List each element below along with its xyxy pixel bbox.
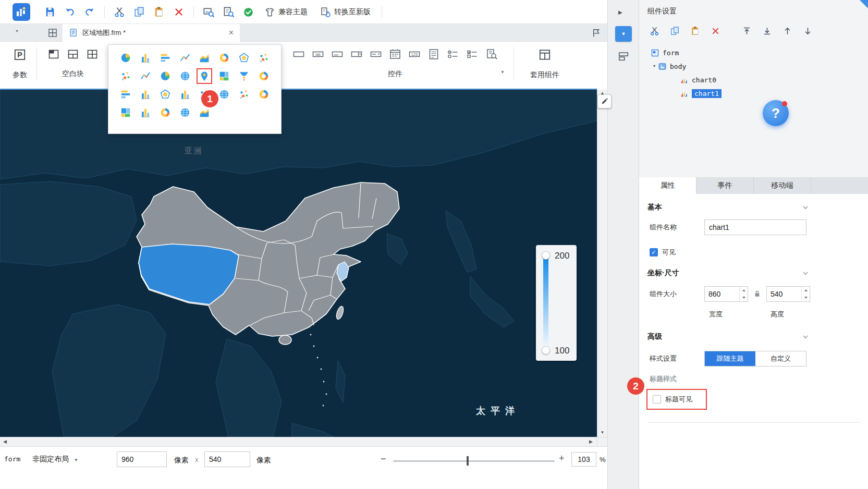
legend-bottom-knob[interactable]: [542, 346, 550, 354]
expander-caret[interactable]: ▼: [651, 64, 658, 68]
tab-region-map[interactable]: 区域地图.frm * ×: [63, 24, 240, 42]
zoom-slider-track[interactable]: [393, 460, 555, 462]
expand-panel-icon[interactable]: ▶: [618, 9, 622, 15]
paste-node-button[interactable]: [688, 24, 702, 38]
earth-chart-icon[interactable]: [217, 88, 231, 101]
label-widget-icon[interactable]: [310, 46, 326, 63]
help-button[interactable]: ?: [763, 100, 789, 126]
follow-theme-option[interactable]: 跟随主题: [705, 351, 755, 366]
title-visible-checkbox[interactable]: [653, 395, 661, 404]
text-field-icon[interactable]: [290, 46, 307, 63]
delete-node-button[interactable]: [708, 24, 722, 38]
edit-component-button[interactable]: [597, 94, 612, 108]
layout-mode-dropdown[interactable]: 非固定布局▼: [32, 455, 78, 464]
tree-item-chart1[interactable]: chart1: [639, 87, 868, 100]
area-chart-icon[interactable]: [198, 51, 211, 65]
parameter-pane-button[interactable]: [11, 46, 29, 64]
window-grid-button[interactable]: [45, 26, 60, 40]
radio-group-icon[interactable]: [445, 46, 461, 63]
move-to-bottom-button[interactable]: [760, 24, 774, 38]
query-widget-icon[interactable]: [483, 46, 500, 63]
height-stepper[interactable]: [766, 286, 810, 302]
move-up-button[interactable]: [780, 24, 794, 38]
structure-chart-icon[interactable]: [158, 88, 172, 101]
frame-chart-icon[interactable]: [119, 106, 132, 119]
zoom-slider-handle[interactable]: [467, 456, 469, 466]
split-block-button[interactable]: [65, 46, 81, 63]
step-down-icon[interactable]: [802, 294, 810, 301]
date-picker-icon[interactable]: [387, 46, 404, 63]
component-list-button[interactable]: ▼: [615, 26, 632, 42]
position-flag-button[interactable]: [588, 26, 604, 40]
treemap-chart-icon[interactable]: [217, 69, 231, 83]
section-advanced[interactable]: 高级: [647, 328, 860, 345]
section-coordinates-size[interactable]: 坐标·尺寸: [647, 265, 860, 282]
radar-chart-icon[interactable]: [237, 51, 251, 65]
custom-style-option[interactable]: 自定义: [755, 351, 806, 366]
compat-theme-button[interactable]: 兼容主题: [260, 4, 312, 20]
document-search-button[interactable]: [220, 4, 237, 20]
lock-ratio-icon[interactable]: [753, 289, 762, 298]
tree-item-chart0[interactable]: chart0: [639, 73, 868, 87]
width-input[interactable]: [705, 287, 739, 301]
step-down-icon[interactable]: [740, 294, 748, 301]
section-basic[interactable]: 基本: [647, 199, 860, 216]
tab-events[interactable]: 事件: [696, 177, 754, 194]
dashboard-chart-icon[interactable]: [217, 51, 231, 65]
move-to-top-button[interactable]: [740, 24, 753, 38]
ring-chart-icon[interactable]: [257, 88, 271, 101]
logo-dropdown-caret-icon[interactable]: ▼: [15, 29, 19, 33]
redo-button[interactable]: [81, 4, 98, 20]
step-up-icon[interactable]: [740, 287, 748, 294]
zoom-percent-input[interactable]: [571, 452, 596, 467]
horizontal-scrollbar[interactable]: ◀ ▶: [0, 437, 597, 446]
bubble-chart-icon[interactable]: [119, 69, 132, 83]
gantt-chart-icon[interactable]: [119, 88, 132, 101]
checkbox-group-icon[interactable]: [464, 46, 481, 63]
tab-mobile[interactable]: 移动端: [754, 177, 811, 194]
scatter-chart-icon[interactable]: [257, 51, 271, 65]
point-map-chart-icon[interactable]: [198, 69, 211, 83]
custom-chart-icon[interactable]: [237, 88, 251, 101]
dropdown-icon[interactable]: [348, 46, 365, 63]
save-button[interactable]: [42, 4, 58, 20]
vertical-scrollbar[interactable]: ▲ ▼: [597, 90, 607, 437]
scroll-right-icon[interactable]: ▶: [589, 439, 593, 444]
convert-new-version-button[interactable]: 转换至新版: [315, 4, 375, 20]
zoom-out-button[interactable]: −: [381, 454, 386, 464]
tab-properties[interactable]: 属性: [639, 177, 696, 194]
canvas-height-input[interactable]: [204, 451, 250, 467]
funnel-chart-icon[interactable]: [237, 69, 251, 83]
undo-button[interactable]: [62, 4, 78, 20]
image-search-button[interactable]: [200, 4, 217, 20]
move-down-button[interactable]: [801, 24, 814, 38]
cut-button[interactable]: [111, 4, 128, 20]
cut-node-button[interactable]: [647, 24, 661, 38]
width-stepper[interactable]: [704, 286, 748, 302]
copy-button[interactable]: [131, 4, 148, 20]
line-chart-icon[interactable]: [178, 51, 192, 65]
rose-pie-chart-icon[interactable]: [158, 69, 172, 83]
grid-block-button[interactable]: [84, 46, 101, 63]
zoom-in-button[interactable]: +: [559, 453, 565, 464]
combo-chart-icon[interactable]: [139, 69, 152, 83]
pie-chart-icon[interactable]: [119, 51, 132, 65]
legend-top-knob[interactable]: [542, 251, 550, 260]
tab-close-icon[interactable]: ×: [229, 29, 234, 37]
component-name-input[interactable]: [704, 219, 806, 235]
spiral-chart-icon[interactable]: [158, 106, 172, 119]
scroll-left-icon[interactable]: ◀: [3, 439, 7, 444]
layout-panel-button[interactable]: [616, 49, 631, 64]
step-up-icon[interactable]: [802, 287, 810, 294]
copy-node-button[interactable]: [668, 24, 681, 38]
gis-map-chart-icon[interactable]: [257, 69, 271, 83]
world-map-chart-icon[interactable]: [178, 69, 192, 83]
text-area-icon[interactable]: [329, 46, 346, 63]
number-field-icon[interactable]: [406, 46, 423, 63]
stock-chart-icon[interactable]: [139, 88, 152, 101]
multi-axis-chart-icon[interactable]: [178, 88, 192, 101]
visible-checkbox[interactable]: ✓: [650, 248, 658, 256]
controls-expand-caret-icon[interactable]: ▼: [500, 70, 505, 75]
rich-text-icon[interactable]: [425, 46, 442, 63]
delete-button[interactable]: [170, 4, 187, 20]
